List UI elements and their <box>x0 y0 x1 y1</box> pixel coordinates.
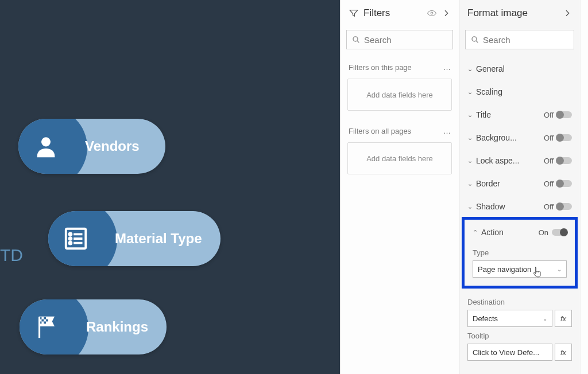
action-type-dropdown[interactable]: Page navigation ⌄ <box>473 260 567 278</box>
filters-header: Filters <box>341 0 459 26</box>
toggle[interactable] <box>552 229 567 236</box>
chevron-up-icon: ⌃ <box>473 229 478 236</box>
filters-all-pages-header: Filters on all pages… <box>341 121 459 140</box>
format-row-background[interactable]: ⌄Backgrou...Off <box>459 126 580 149</box>
report-canvas: TD Vendors Material Type Rankings <box>0 0 340 374</box>
person-icon <box>18 133 74 159</box>
eye-icon[interactable] <box>427 8 437 18</box>
chevron-down-icon: ⌄ <box>467 111 473 119</box>
nav-button-rankings[interactable]: Rankings <box>20 299 167 354</box>
chevron-down-icon: ⌄ <box>467 65 473 73</box>
svg-point-2 <box>69 233 72 235</box>
format-title: Format image <box>467 7 528 19</box>
more-icon[interactable]: … <box>443 127 451 135</box>
format-row-title[interactable]: ⌄TitleOff <box>459 103 580 126</box>
format-header: Format image <box>459 0 580 26</box>
svg-point-18 <box>472 37 477 41</box>
chevron-down-icon: ⌄ <box>557 266 562 272</box>
format-row-shadow[interactable]: ⌄ShadowOff <box>459 195 580 218</box>
chevron-down-icon: ⌄ <box>543 315 547 322</box>
toggle[interactable] <box>557 157 572 164</box>
format-row-border[interactable]: ⌄BorderOff <box>459 172 580 195</box>
pill-label: Rankings <box>86 319 148 335</box>
format-row-general[interactable]: ⌄General <box>459 57 580 80</box>
pill-label: Material Type <box>115 231 202 247</box>
search-icon <box>470 35 479 44</box>
destination-dropdown[interactable]: Defects ⌄ <box>467 310 552 327</box>
chevron-down-icon: ⌄ <box>467 134 473 142</box>
toggle[interactable] <box>557 180 572 187</box>
collapsed-pane-strip[interactable] <box>580 0 588 374</box>
partial-title-text: TD <box>0 246 23 265</box>
chevron-down-icon: ⌄ <box>467 157 473 165</box>
chevron-down-icon: ⌄ <box>467 180 473 188</box>
filter-icon <box>349 8 359 18</box>
nav-button-material-type[interactable]: Material Type <box>48 211 220 266</box>
destination-label: Destination <box>459 293 580 310</box>
svg-rect-11 <box>46 320 48 322</box>
search-placeholder: Search <box>364 35 392 45</box>
pill-label: Vendors <box>85 138 140 154</box>
tooltip-input[interactable]: Click to View Defe... <box>467 344 552 361</box>
svg-line-17 <box>357 41 359 42</box>
svg-line-19 <box>476 41 478 42</box>
svg-rect-14 <box>38 317 40 338</box>
filters-pane: Filters Search Filters on this page… Add… <box>340 0 459 374</box>
svg-point-6 <box>69 242 72 244</box>
format-row-action[interactable]: ⌃ActionOn <box>468 221 571 244</box>
filters-on-page-dropzone[interactable]: Add data fields here <box>347 79 452 111</box>
more-icon[interactable]: … <box>443 63 451 72</box>
svg-rect-10 <box>41 320 44 322</box>
chevron-right-icon[interactable] <box>563 9 572 18</box>
type-label: Type <box>468 244 571 260</box>
chevron-right-icon[interactable] <box>442 9 451 18</box>
format-pane: Format image Search ⌄General ⌄Scaling ⌄T… <box>459 0 580 374</box>
toggle[interactable] <box>557 111 572 118</box>
search-placeholder: Search <box>483 35 510 45</box>
svg-rect-9 <box>44 317 46 320</box>
action-highlight-box: ⌃ActionOn Type Page navigation ⌄ <box>462 217 578 289</box>
svg-point-4 <box>69 237 72 240</box>
cursor-pointer-icon <box>532 267 542 279</box>
svg-point-16 <box>353 37 358 41</box>
svg-point-15 <box>431 12 433 14</box>
fx-button[interactable]: fx <box>555 344 572 361</box>
filters-search[interactable]: Search <box>346 30 453 49</box>
filters-all-pages-dropzone[interactable]: Add data fields here <box>347 142 452 174</box>
format-row-scaling[interactable]: ⌄Scaling <box>459 80 580 103</box>
toggle[interactable] <box>557 203 572 210</box>
format-search[interactable]: Search <box>465 30 574 49</box>
svg-rect-13 <box>44 321 46 324</box>
flag-icon <box>20 314 75 340</box>
tooltip-label: Tooltip <box>459 327 580 344</box>
toggle[interactable] <box>557 134 572 141</box>
svg-point-0 <box>41 137 51 146</box>
chevron-down-icon: ⌄ <box>467 88 473 96</box>
fx-button[interactable]: fx <box>555 310 572 327</box>
nav-button-vendors[interactable]: Vendors <box>18 119 165 174</box>
chevron-down-icon: ⌄ <box>467 203 473 211</box>
list-icon <box>48 225 103 252</box>
filters-title: Filters <box>363 7 390 19</box>
format-row-lock-aspect[interactable]: ⌄Lock aspe...Off <box>459 149 580 172</box>
search-icon <box>351 35 361 44</box>
filters-on-page-header: Filters on this page… <box>341 57 459 76</box>
